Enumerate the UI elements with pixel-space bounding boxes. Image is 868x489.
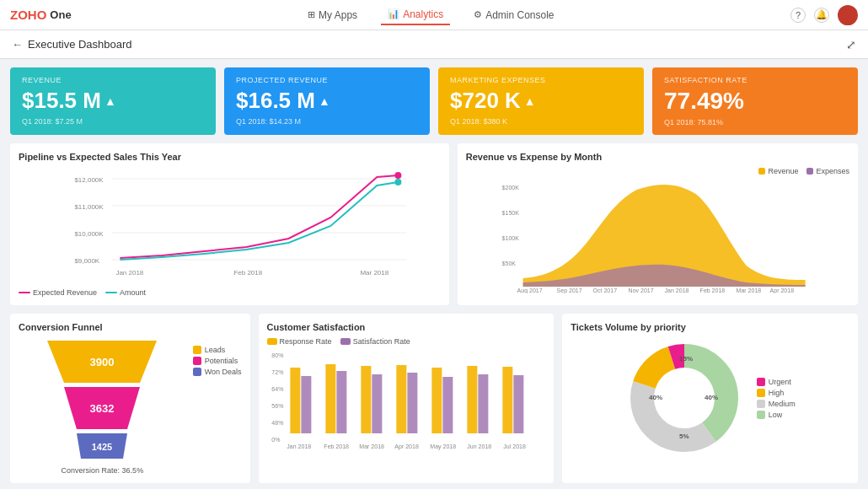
legend-amount-label: Amount bbox=[120, 288, 146, 297]
svg-rect-48 bbox=[442, 377, 453, 433]
back-button[interactable]: ← bbox=[12, 38, 23, 51]
svg-text:$50K: $50K bbox=[501, 261, 516, 266]
svg-text:May 2018: May 2018 bbox=[430, 443, 456, 450]
pipeline-chart-svg: $12,000K $11,000K $10,000K $9,000K Jan 2… bbox=[19, 167, 441, 285]
zoho-logo: ZOHO bbox=[10, 8, 46, 22]
nav-admin-console[interactable]: ⚙ Admin Console bbox=[467, 6, 560, 24]
svg-text:Mar 2018: Mar 2018 bbox=[736, 287, 761, 293]
svg-text:40%: 40% bbox=[705, 394, 718, 401]
funnel-legend-won-deals: Won Deals bbox=[193, 368, 242, 376]
nav-my-apps-label: My Apps bbox=[319, 9, 357, 21]
svg-text:Mar 2018: Mar 2018 bbox=[360, 269, 388, 277]
svg-point-0 bbox=[844, 8, 852, 16]
kpi-projected-arrow: ▲ bbox=[319, 94, 330, 108]
svg-rect-43 bbox=[361, 366, 371, 433]
svg-text:$12,000K: $12,000K bbox=[74, 176, 104, 184]
svg-text:80%: 80% bbox=[271, 352, 283, 358]
legend-revenue-label: Revenue bbox=[768, 167, 798, 175]
svg-text:Nov 2017: Nov 2017 bbox=[628, 287, 653, 293]
satisfaction-title: Customer Satisfaction bbox=[267, 322, 546, 332]
svg-text:$150K: $150K bbox=[501, 210, 519, 216]
svg-rect-41 bbox=[325, 364, 335, 433]
urgent-label: Urgent bbox=[769, 378, 791, 386]
revenue-expense-chart-title: Revenue vs Expense by Month bbox=[466, 152, 849, 162]
dashboard: REVENUE $15.5 M ▲ Q1 2018: $7.25 M PROJE… bbox=[0, 59, 868, 489]
svg-rect-44 bbox=[372, 374, 382, 433]
app-name: One bbox=[50, 8, 71, 21]
app-logo[interactable]: ZOHO One bbox=[10, 8, 72, 22]
user-avatar[interactable] bbox=[838, 5, 858, 25]
pipeline-chart-panel: Pipeline vs Expected Sales This Year $12… bbox=[10, 143, 449, 305]
svg-text:48%: 48% bbox=[271, 420, 283, 426]
svg-text:3632: 3632 bbox=[90, 402, 115, 415]
svg-rect-49 bbox=[467, 366, 477, 433]
legend-expenses-label: Expenses bbox=[816, 167, 849, 175]
potentials-label: Potentials bbox=[205, 357, 238, 365]
kpi-satisfaction-sub: Q1 2018: 75.81% bbox=[664, 118, 846, 126]
bottom-row: Conversion Funnel 3900 3632 1425 bbox=[10, 314, 858, 483]
kpi-revenue-value: $15.5 M ▲ bbox=[22, 88, 204, 114]
svg-point-13 bbox=[394, 172, 401, 179]
svg-rect-47 bbox=[431, 368, 442, 433]
chart-icon: 📊 bbox=[388, 8, 399, 19]
svg-text:Sep 2017: Sep 2017 bbox=[556, 287, 581, 293]
funnel-legend-leads: Leads bbox=[193, 346, 242, 354]
svg-rect-39 bbox=[290, 368, 300, 433]
kpi-marketing: MARKETING EXPENSES $720 K ▲ Q1 2018: $38… bbox=[438, 67, 644, 135]
svg-rect-46 bbox=[407, 373, 417, 433]
tickets-content: 40% 40% 15% 5% Urgent High bbox=[571, 339, 849, 457]
svg-text:5%: 5% bbox=[679, 433, 689, 440]
svg-text:56%: 56% bbox=[271, 403, 283, 409]
funnel-svg: 3900 3632 1425 bbox=[39, 341, 165, 463]
funnel-visual: 3900 3632 1425 Conversion Rate: 36.5% bbox=[19, 337, 186, 475]
svg-text:Feb 2018: Feb 2018 bbox=[233, 269, 262, 277]
legend-expenses: Expenses bbox=[806, 167, 849, 175]
kpi-revenue-arrow: ▲ bbox=[104, 94, 116, 108]
legend-expected-revenue: Expected Revenue bbox=[19, 288, 97, 297]
svg-text:Mar 2018: Mar 2018 bbox=[359, 443, 384, 449]
response-rate-dot bbox=[267, 338, 277, 345]
funnel-legend-potentials: Potentials bbox=[193, 357, 242, 365]
top-navigation: ZOHO One ⊞ My Apps 📊 Analytics ⚙ Admin C… bbox=[0, 0, 868, 30]
svg-text:Jan 2018: Jan 2018 bbox=[115, 269, 143, 277]
nav-center: ⊞ My Apps 📊 Analytics ⚙ Admin Console bbox=[301, 5, 560, 25]
satisfaction-svg: 80% 72% 64% 56% 48% 0% bbox=[267, 349, 546, 459]
tickets-legend: Urgent High Medium Low bbox=[757, 378, 796, 419]
nav-analytics[interactable]: 📊 Analytics bbox=[381, 5, 450, 25]
tickets-legend-high: High bbox=[757, 389, 796, 397]
tickets-legend-medium: Medium bbox=[757, 400, 796, 408]
svg-rect-45 bbox=[396, 365, 406, 433]
sub-header: ← Executive Dashboard ⤢ bbox=[0, 30, 868, 59]
svg-rect-51 bbox=[502, 367, 512, 433]
notification-icon[interactable]: 🔔 bbox=[814, 8, 829, 23]
kpi-revenue: REVENUE $15.5 M ▲ Q1 2018: $7.25 M bbox=[10, 67, 216, 135]
pipeline-legend: Expected Revenue Amount bbox=[19, 288, 441, 297]
nav-my-apps[interactable]: ⊞ My Apps bbox=[301, 6, 364, 24]
funnel-legend: Leads Potentials Won Deals bbox=[193, 337, 242, 376]
grid-icon: ⊞ bbox=[308, 9, 315, 20]
svg-text:$200K: $200K bbox=[501, 185, 519, 191]
help-icon[interactable]: ? bbox=[790, 8, 806, 23]
svg-text:Jun 2018: Jun 2018 bbox=[467, 443, 491, 449]
tickets-donut-svg: 40% 40% 15% 5% bbox=[625, 339, 743, 457]
kpi-marketing-value: $720 K ▲ bbox=[450, 88, 632, 114]
legend-revenue-dot bbox=[758, 168, 765, 175]
low-label: Low bbox=[769, 411, 783, 419]
funnel-title: Conversion Funnel bbox=[19, 322, 242, 332]
legend-response-rate: Response Rate bbox=[267, 337, 332, 346]
legend-amount: Amount bbox=[105, 288, 146, 297]
breadcrumb: ← Executive Dashboard bbox=[12, 38, 132, 51]
low-dot bbox=[757, 411, 765, 419]
legend-expenses-dot bbox=[806, 168, 813, 175]
kpi-revenue-label: REVENUE bbox=[22, 76, 204, 84]
tickets-title: Tickets Volume by priority bbox=[571, 322, 849, 332]
svg-point-1 bbox=[840, 18, 855, 25]
kpi-satisfaction-value: 77.49% bbox=[664, 88, 846, 115]
kpi-satisfaction-label: SATISFACTION RATE bbox=[664, 76, 846, 84]
revenue-expense-svg: $200K $150K $100K $50K Aug 2017 Sep 2017… bbox=[466, 177, 849, 293]
svg-text:$100K: $100K bbox=[501, 235, 519, 241]
nav-analytics-label: Analytics bbox=[403, 8, 443, 20]
kpi-marketing-label: MARKETING EXPENSES bbox=[450, 76, 632, 84]
expand-icon[interactable]: ⤢ bbox=[846, 38, 856, 51]
svg-text:Jan 2018: Jan 2018 bbox=[664, 287, 689, 293]
